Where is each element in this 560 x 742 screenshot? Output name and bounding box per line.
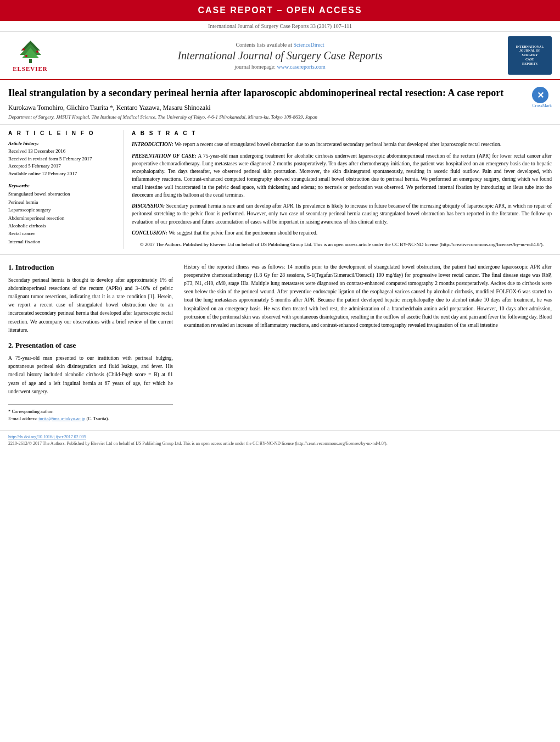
- keyword-3: Laparoscopic surgery: [8, 206, 115, 214]
- section-2-text: A 75-year-old man presented to our insti…: [8, 354, 173, 396]
- article-info-column: A R T I C L E I N F O Article history: R…: [8, 130, 124, 248]
- bottom-copyright-text: 2210-2612/© 2017 The Authors. Published …: [8, 441, 388, 446]
- crossmark: ✕ CrossMark: [532, 87, 552, 108]
- keyword-1: Strangulated bowel obstruction: [8, 190, 115, 198]
- abstract-case-label: PRESENTATION OF CASE:: [132, 153, 197, 159]
- footnote-section: * Corresponding author. E-mail address: …: [8, 404, 173, 422]
- journal-title: International Journal of Surgery Case Re…: [52, 49, 508, 62]
- abstract-copyright: © 2017 The Authors. Published by Elsevie…: [132, 241, 552, 249]
- history-item-accepted: Accepted 5 February 2017: [8, 163, 115, 170]
- abstract-column: A B S T R A C T INTRODUCTION: We report …: [132, 130, 552, 248]
- bottom-bar: http://dx.doi.org/10.1016/j.ijscr.2017.0…: [0, 430, 560, 450]
- homepage-link: journal homepage: www.casereports.com: [52, 64, 508, 70]
- history-item-online: Available online 12 February 2017: [8, 170, 115, 178]
- article-title: Ileal strangulation by a secondary perin…: [8, 87, 527, 99]
- abstract-discussion-label: DISCUSSION:: [132, 203, 165, 209]
- abstract-intro-text: We report a recent case of strangulated …: [175, 142, 501, 147]
- section-2: 2. Presentation of case A 75-year-old ma…: [8, 341, 173, 396]
- sciencedirect-link[interactable]: ScienceDirect: [293, 42, 324, 48]
- keyword-2: Perineal hernia: [8, 198, 115, 206]
- keywords-title: Keywords:: [8, 183, 115, 188]
- abstract-title: A B S T R A C T: [132, 130, 552, 136]
- section-1-heading: 1. Introduction: [8, 263, 173, 272]
- abstract-conclusion-label: CONCLUSION:: [132, 230, 167, 236]
- journal-logo-box: INTERNATIONALJOURNAL OFSURGERYCASEREPORT…: [508, 36, 552, 75]
- keyword-6: Rectal cancer: [8, 230, 115, 237]
- section-1-text: Secondary perineal hernia is thought to …: [8, 276, 173, 334]
- svg-rect-0: [29, 59, 32, 63]
- journal-homepage-url[interactable]: www.casereports.com: [277, 64, 325, 70]
- abstract-intro: INTRODUCTION: We report a recent case of…: [132, 141, 552, 148]
- article-title-section: Ileal strangulation by a secondary perin…: [0, 80, 560, 125]
- affiliation: Department of Surgery, JMSUT Hospital, T…: [8, 114, 527, 120]
- crossmark-icon: ✕: [532, 87, 548, 103]
- svg-point-4: [23, 48, 25, 51]
- section-2-heading: 2. Presentation of case: [8, 341, 173, 350]
- abstract-case-text: A 75-year-old man undergoing treatment f…: [132, 153, 552, 198]
- elsevier-logo: ELSEVIER: [8, 40, 52, 72]
- abstract-conclusion: CONCLUSION: We suggest that the pelvic f…: [132, 229, 552, 237]
- article-history: Article history: Received 13 December 20…: [8, 141, 115, 177]
- left-content-column: 1. Introduction Secondary perineal herni…: [8, 263, 173, 422]
- journal-logo-text: INTERNATIONALJOURNAL OFSURGERYCASEREPORT…: [516, 45, 544, 66]
- contents-link: Contents lists available at ScienceDirec…: [52, 42, 508, 48]
- history-item-revised: Received in revised form 5 February 2017: [8, 155, 115, 163]
- right-content-column: History of the reported illness was as f…: [184, 263, 552, 422]
- authors: Kurokawa Tomohiro, Giichiro Tsurita *, K…: [8, 104, 527, 112]
- abstract-intro-label: INTRODUCTION:: [132, 142, 173, 147]
- keyword-4: Abdominoperineal resection: [8, 214, 115, 222]
- history-item-received: Received 13 December 2016: [8, 148, 115, 155]
- right-column-body-text: History of the reported illness was as f…: [184, 263, 552, 330]
- article-history-title: Article history:: [8, 141, 115, 146]
- journal-header: ELSEVIER Contents lists available at Sci…: [0, 32, 560, 80]
- abstract-conclusion-text: We suggest that the pelvic floor and the…: [169, 230, 317, 236]
- case-report-header-bar: CASE REPORT – OPEN ACCESS: [0, 0, 560, 21]
- doi-link[interactable]: http://dx.doi.org/10.1016/j.ijscr.2017.0…: [8, 434, 86, 439]
- keyword-7: Internal fixation: [8, 238, 115, 246]
- svg-point-5: [36, 51, 38, 53]
- article-info-title: A R T I C L E I N F O: [8, 130, 115, 136]
- article-info-abstract-section: A R T I C L E I N F O Article history: R…: [0, 125, 560, 254]
- doi-bar: International Journal of Surgery Case Re…: [0, 21, 560, 32]
- main-content: 1. Introduction Secondary perineal herni…: [0, 255, 560, 431]
- footnote-corresponding: * Corresponding author.: [8, 408, 173, 415]
- footnote-email: E-mail address: turita@ims.u-tokyo.ac.jp…: [8, 415, 173, 422]
- journal-center: Contents lists available at ScienceDirec…: [52, 42, 508, 70]
- elsevier-tree-icon: [15, 40, 46, 64]
- abstract-case: PRESENTATION OF CASE: A 75-year-old man …: [132, 152, 552, 199]
- abstract-discussion: DISCUSSION: Secondary perineal hernia is…: [132, 202, 552, 226]
- abstract-discussion-text: Secondary perineal hernia is rare and ca…: [132, 203, 552, 225]
- keyword-5: Alcoholic cirrhosis: [8, 222, 115, 230]
- elsevier-text: ELSEVIER: [13, 65, 48, 72]
- email-link[interactable]: turita@ims.u-tokyo.ac.jp: [38, 416, 85, 421]
- svg-point-6: [25, 55, 27, 57]
- section-1: 1. Introduction Secondary perineal herni…: [8, 263, 173, 334]
- keywords-section: Keywords: Strangulated bowel obstruction…: [8, 183, 115, 246]
